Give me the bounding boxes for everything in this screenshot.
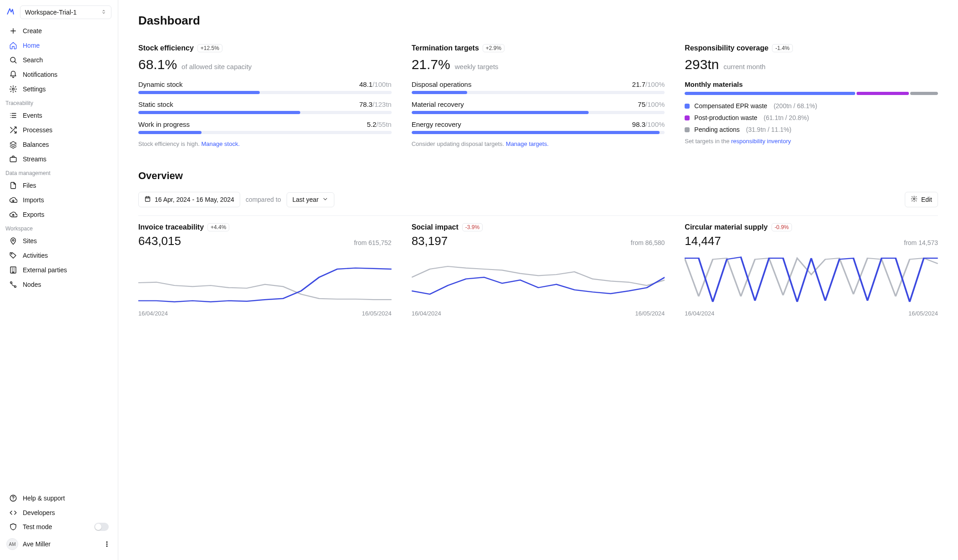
legend-value: (61.1tn / 20.8%) <box>764 114 809 121</box>
bar-value: 78.3 <box>359 100 373 108</box>
nav-imports[interactable]: Imports <box>4 193 114 207</box>
file-icon <box>9 181 17 190</box>
nav-search[interactable]: Search <box>4 53 114 67</box>
bar-denom: /100% <box>645 120 665 128</box>
legend-label: Compensated EPR waste <box>694 102 767 110</box>
kpi-subtitle: of allowed site capacity <box>182 63 252 70</box>
bar-track <box>412 111 665 114</box>
layers-icon <box>9 140 17 149</box>
nav-external[interactable]: External parties <box>4 263 114 277</box>
nav-files[interactable]: Files <box>4 178 114 193</box>
nav-settings[interactable]: Settings <box>4 82 114 96</box>
plus-icon <box>9 27 17 35</box>
svg-point-3 <box>12 240 14 241</box>
legend-label: Post-production waste <box>694 114 757 121</box>
svg-point-13 <box>913 198 915 200</box>
bar-value: 21.7 <box>632 80 645 88</box>
bell-icon <box>9 70 17 79</box>
avatar: AM <box>6 538 18 550</box>
chart-plot <box>685 253 938 307</box>
chart-title: Invoice traceability <box>138 223 204 231</box>
chart-delta-badge: -0.9% <box>771 223 792 231</box>
kpi-subtitle: current month <box>723 63 766 70</box>
chart-date-end: 16/05/2024 <box>908 310 938 317</box>
nav-notifications[interactable]: Notifications <box>4 67 114 82</box>
nav-streams[interactable]: Streams <box>4 152 114 166</box>
legend-item: Pending actions(31.9tn / 11.1%) <box>685 126 938 133</box>
chart-card: Invoice traceability+4.4% 643,015from 61… <box>138 223 392 317</box>
bar-denom: /100% <box>645 80 665 88</box>
compare-select[interactable]: Last year <box>287 192 335 207</box>
svg-point-10 <box>106 544 107 545</box>
bar-label: Work in progress <box>138 120 190 128</box>
section-heading-data: Data management <box>0 166 118 178</box>
kpi-subtitle: weekly targets <box>455 63 499 70</box>
shield-icon <box>9 523 17 531</box>
svg-point-9 <box>106 542 107 543</box>
workspace-selector[interactable]: Workspace-Trial-1 <box>20 5 111 19</box>
nav-create[interactable]: Create <box>4 24 114 38</box>
user-row[interactable]: AM Ave Miller <box>0 534 118 555</box>
bar-track <box>138 111 392 114</box>
bar-label: Static stock <box>138 100 173 108</box>
workspace-name: Workspace-Trial-1 <box>25 9 77 16</box>
nav-processes[interactable]: Processes <box>4 123 114 137</box>
gear-icon <box>9 85 17 93</box>
search-icon <box>9 56 17 64</box>
chart-delta-badge: -3.9% <box>462 223 483 231</box>
gear-icon <box>911 195 918 204</box>
bar-row: Static stock78.3/123tn <box>138 100 392 114</box>
shuffle-icon <box>9 126 17 134</box>
chevrons-up-down-icon <box>101 9 106 16</box>
manage-stock-link[interactable]: Manage stock. <box>202 140 240 147</box>
svg-point-1 <box>12 88 15 90</box>
bar-row: Dynamic stock48.1/100tn <box>138 80 392 94</box>
bar-denom: /100% <box>645 100 665 108</box>
nav-nodes[interactable]: Nodes <box>4 277 114 292</box>
bar-track <box>138 91 392 94</box>
kpi-delta-badge: +12.5% <box>197 44 222 52</box>
chart-date-end: 16/05/2024 <box>362 310 392 317</box>
nav-sites[interactable]: Sites <box>4 234 114 248</box>
manage-targets-link[interactable]: Manage targets. <box>506 140 549 147</box>
nav-activities[interactable]: Activities <box>4 248 114 263</box>
responsibility-inventory-link[interactable]: responsibility inventory <box>731 138 791 145</box>
kpi-title: Responsibility coverage <box>685 44 768 52</box>
svg-point-4 <box>11 254 12 255</box>
legend-dot <box>685 115 690 120</box>
nav-balances[interactable]: Balances <box>4 137 114 152</box>
briefcase-icon <box>9 155 17 163</box>
nodes-icon <box>9 280 17 289</box>
chart-date-start: 16/04/2024 <box>685 310 714 317</box>
legend-dot <box>685 104 690 109</box>
building-icon <box>9 266 17 274</box>
edit-button[interactable]: Edit <box>905 192 938 207</box>
section-heading-workspace: Workspace <box>0 222 118 234</box>
section-heading-traceability: Traceability <box>0 96 118 108</box>
chevron-down-icon <box>322 196 328 204</box>
nav-help[interactable]: Help & support <box>4 491 114 505</box>
kpi-termination: Termination targets +2.9% 21.7% weekly t… <box>412 44 665 147</box>
cloud-down-icon <box>9 196 17 204</box>
kpi-note: Consider updating disposal targets. Mana… <box>412 140 665 147</box>
svg-point-11 <box>106 546 107 547</box>
chart-plot <box>138 253 392 307</box>
kpi-title: Termination targets <box>412 44 479 52</box>
chart-card: Social impact-3.9% 83,197from 86,580 16/… <box>412 223 665 317</box>
bar-track <box>138 131 392 134</box>
date-range-picker[interactable]: 16 Apr, 2024 - 16 May, 2024 <box>138 192 240 207</box>
nav-home[interactable]: Home <box>4 38 114 53</box>
chart-delta-badge: +4.4% <box>207 223 229 231</box>
bar-value: 5.2 <box>367 120 376 128</box>
chart-value: 14,447 <box>685 234 721 248</box>
calendar-icon <box>144 195 151 204</box>
nav-exports[interactable]: Exports <box>4 207 114 222</box>
more-icon[interactable] <box>102 540 111 549</box>
nav-events[interactable]: Events <box>4 108 114 123</box>
nav-developers[interactable]: Developers <box>4 505 114 520</box>
testmode-toggle[interactable] <box>94 523 109 531</box>
chart-value: 643,015 <box>138 234 181 248</box>
bar-label: Disposal operations <box>412 80 472 88</box>
bar-label: Dynamic stock <box>138 80 183 88</box>
tag-icon <box>9 251 17 260</box>
